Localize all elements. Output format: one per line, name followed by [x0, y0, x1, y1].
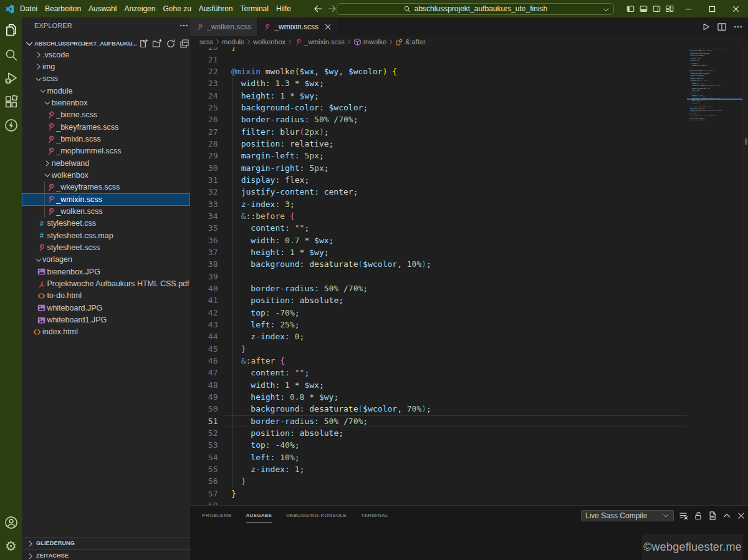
code-line-46[interactable]: 46 &:after { — [190, 355, 687, 367]
tree-item-stylesheet.css.map[interactable]: #stylesheet.css.map — [22, 229, 190, 241]
activity-account[interactable] — [0, 513, 22, 532]
tree-item-scss[interactable]: scss — [22, 73, 190, 85]
command-center-search[interactable]: abschlussprojekt_aufbaukurs_ute_finish — [337, 3, 614, 15]
tree-item-index.html[interactable]: index.html — [22, 326, 190, 338]
forward-arrow-icon[interactable] — [327, 4, 337, 14]
code-line-56[interactable]: 56 } — [190, 475, 687, 487]
code-line-39[interactable]: 39 — [190, 271, 687, 282]
activity-extensions[interactable] — [0, 92, 22, 111]
sidebar-section-zeitachse[interactable]: ZEITACHSE — [22, 549, 190, 560]
new-file-icon[interactable] — [138, 39, 148, 49]
panel-tab-probleme[interactable]: PROBLEME — [202, 506, 232, 525]
line-number[interactable]: 46 — [190, 355, 218, 367]
tree-item-stylesheet.css[interactable]: #stylesheet.css — [22, 218, 190, 229]
code-line-27[interactable]: 27 filter: blur(2px); — [190, 126, 687, 138]
menu-hilfe[interactable]: Hilfe — [272, 0, 295, 17]
activity-search[interactable] — [0, 46, 22, 64]
line-number[interactable]: 53 — [190, 439, 218, 451]
output-channel-select[interactable]: Live Sass Compile — [581, 510, 674, 521]
line-number[interactable]: 24 — [190, 90, 218, 102]
line-number[interactable]: 32 — [190, 186, 218, 198]
collapse-all-icon[interactable] — [180, 39, 189, 49]
panel-tab-terminal[interactable]: TERMINAL — [361, 506, 388, 525]
code-line-32[interactable]: 32 justify-content: center; — [190, 186, 687, 198]
vscode-logo-icon[interactable] — [5, 4, 14, 14]
line-number[interactable]: 48 — [190, 379, 218, 391]
tree-item-_wkeyframes.scss[interactable]: _wkeyframes.scss — [22, 181, 190, 193]
code-line-35[interactable]: 35 content: ""; — [190, 222, 687, 234]
code-line-29[interactable]: 29 margin-left: 5px; — [190, 150, 687, 162]
tab-_wmixin.scss[interactable]: _wmixin.scss — [257, 17, 338, 36]
tree-item-bienenbox.jpg[interactable]: bienenbox.JPG — [22, 266, 190, 278]
code-line-28[interactable]: 28 position: relative; — [190, 138, 687, 150]
code-line-23[interactable]: 23 width: 1.3 * $wx; — [190, 77, 687, 89]
line-number[interactable]: 34 — [190, 210, 218, 222]
line-number[interactable]: 56 — [190, 475, 218, 487]
toggle-panel-icon[interactable] — [638, 0, 648, 17]
breadcrumb-scss[interactable]: scss — [199, 38, 213, 46]
line-number[interactable]: 20 — [190, 47, 218, 54]
line-number[interactable]: 38 — [190, 258, 218, 270]
line-number[interactable]: 41 — [190, 294, 218, 306]
close-panel-icon[interactable] — [736, 511, 746, 521]
breadcrumb-mwolke[interactable]: mwolke — [353, 38, 386, 46]
minimize-button[interactable] — [676, 0, 700, 17]
line-number[interactable]: 45 — [190, 343, 218, 355]
code-line-41[interactable]: 41 position: absolute; — [190, 294, 687, 306]
code-line-55[interactable]: 55 z-index: 1; — [190, 463, 687, 475]
line-number[interactable]: 47 — [190, 367, 218, 379]
maximize-panel-icon[interactable] — [722, 511, 732, 521]
toggle-secondary-sidebar-icon[interactable] — [651, 0, 661, 17]
refresh-icon[interactable] — [166, 39, 176, 49]
code-line-58[interactable]: 58 — [190, 500, 687, 505]
breadcrumb-module[interactable]: module — [222, 38, 244, 46]
line-number[interactable]: 23 — [190, 77, 218, 89]
minimap[interactable]: // mixin fuer die wolken am himmel ueber… — [687, 47, 742, 505]
tree-item-module[interactable]: module — [22, 85, 190, 97]
split-editor-icon[interactable] — [717, 22, 727, 32]
tree-item-bienenbox[interactable]: bienenbox — [22, 97, 190, 109]
activity-settings[interactable]: ⚙ — [0, 538, 22, 556]
tree-item-.vscode[interactable]: .vscode — [22, 49, 190, 60]
code-line-36[interactable]: 36 width: 0.7 * $wx; — [190, 234, 687, 246]
unlock-icon[interactable] — [693, 511, 703, 521]
open-output-editor-icon[interactable] — [707, 511, 717, 521]
activity-run-debug[interactable] — [0, 69, 22, 87]
breadcrumb-after[interactable]: &:after — [395, 38, 425, 46]
code-line-38[interactable]: 38 background: desaturate($wcolor, 10%); — [190, 258, 687, 270]
close-icon[interactable] — [324, 22, 332, 31]
line-number[interactable]: 36 — [190, 234, 218, 246]
menu-anzeigen[interactable]: Anzeigen — [120, 0, 159, 17]
line-number[interactable]: 31 — [190, 174, 218, 186]
tree-item-projektwoche-aufbaukurs-html-css.pdf[interactable]: Projektwoche Aufbaukurs HTML CSS.pdf — [22, 278, 190, 290]
chevron-down-icon[interactable] — [602, 6, 610, 14]
tree-item-_biene.scss[interactable]: _biene.scss — [22, 109, 190, 121]
line-number[interactable]: 54 — [190, 451, 218, 463]
code-line-54[interactable]: 54 left: 10%; — [190, 451, 687, 463]
code-line-33[interactable]: 33 z-index: 3; — [190, 198, 687, 210]
tree-item-_mophummel.scss[interactable]: _mophummel.scss — [22, 145, 190, 157]
tree-item-whiteboard.jpg[interactable]: whiteboard.JPG — [22, 302, 190, 314]
tree-item-nebelwand[interactable]: nebelwand — [22, 157, 190, 169]
activity-explorer[interactable] — [0, 21, 22, 39]
line-number[interactable]: 29 — [190, 150, 218, 162]
line-number[interactable]: 35 — [190, 222, 218, 234]
line-number[interactable]: 52 — [190, 427, 218, 439]
code-line-24[interactable]: 24 height: 1 * $wy; — [190, 90, 687, 102]
line-number[interactable]: 40 — [190, 282, 218, 294]
code-line-40[interactable]: 40 border-radius: 50% /70%; — [190, 282, 687, 294]
breadcrumb-wolkenbox[interactable]: wolkenbox — [253, 38, 285, 46]
code-line-52[interactable]: 52 position: absolute; — [190, 427, 687, 439]
toggle-sidebar-icon[interactable] — [625, 0, 635, 17]
panel-tab-ausgabe[interactable]: AUSGABE — [246, 506, 272, 525]
menu-bearbeiten[interactable]: Bearbeiten — [41, 0, 85, 17]
line-number[interactable]: 43 — [190, 319, 218, 331]
breadcrumb-_wmixin.scss[interactable]: _wmixin.scss — [294, 38, 345, 46]
line-number[interactable]: 39 — [190, 271, 218, 282]
code-editor[interactable]: 20}2122@mixin mwolke($wx, $wy, $wcolor) … — [190, 47, 687, 505]
code-line-42[interactable]: 42 top: -70%; — [190, 307, 687, 319]
line-number[interactable]: 42 — [190, 307, 218, 319]
line-number[interactable]: 58 — [190, 500, 218, 505]
code-line-48[interactable]: 48 width: 1 * $wx; — [190, 379, 687, 391]
line-number[interactable]: 28 — [190, 138, 218, 150]
